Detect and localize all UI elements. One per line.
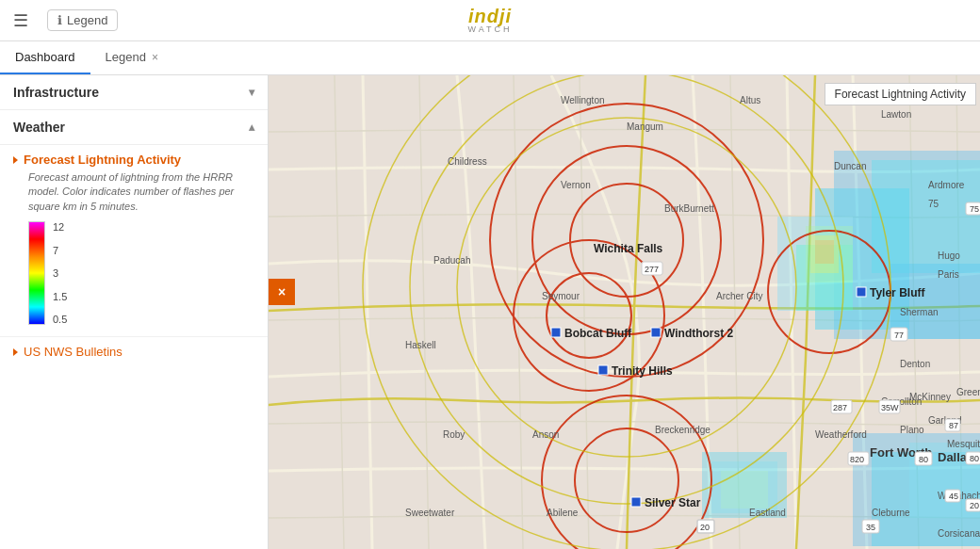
svg-text:Breckenridge: Breckenridge (655, 425, 710, 435)
color-gradient-bar (28, 221, 45, 325)
svg-text:Sweetwater: Sweetwater (405, 508, 455, 518)
svg-text:Seymour: Seymour (542, 291, 580, 301)
svg-text:35W: 35W (881, 403, 899, 412)
svg-text:75: 75 (928, 199, 939, 209)
svg-text:Ardmore: Ardmore (928, 180, 965, 190)
svg-text:75: 75 (970, 204, 979, 214)
svg-text:Abilene: Abilene (547, 508, 579, 518)
infrastructure-label: Infrastructure (13, 85, 99, 100)
svg-text:Silver Star: Silver Star (645, 496, 701, 509)
close-icon: × (278, 284, 286, 299)
forecast-lightning-header[interactable]: Forecast Lightning Activity (13, 153, 254, 167)
weather-label: Weather (13, 120, 65, 135)
svg-text:Altus: Altus (740, 95, 760, 105)
svg-text:Archer City: Archer City (716, 291, 762, 301)
svg-text:BurkBurnett: BurkBurnett (664, 203, 714, 214)
tab-dashboard[interactable]: Dashboard (0, 41, 90, 74)
legend-val-12: 12 (53, 221, 67, 233)
svg-rect-3 (872, 160, 980, 273)
menu-button[interactable]: ☰ (13, 10, 28, 31)
svg-text:Eastland: Eastland (749, 508, 786, 518)
svg-rect-64 (551, 328, 561, 337)
svg-rect-66 (651, 328, 661, 337)
tab-close-legend[interactable]: × (152, 51, 158, 64)
svg-text:20: 20 (970, 501, 979, 510)
svg-rect-15 (721, 471, 768, 509)
forecast-lightning-item: Forecast Lightning Activity Forecast amo… (0, 145, 268, 337)
svg-text:Haskell: Haskell (405, 340, 436, 350)
tab-legend[interactable]: Legend × (90, 41, 173, 74)
svg-text:277: 277 (645, 265, 659, 274)
notification-badge[interactable]: × (269, 279, 295, 305)
svg-text:Duncan: Duncan (834, 161, 866, 171)
app-header: ☰ ℹ Legend indji WATCH (0, 0, 980, 41)
weather-chevron: ▴ (249, 121, 254, 134)
svg-text:Weatherford: Weatherford (815, 429, 867, 440)
app-logo: indji WATCH (468, 7, 513, 34)
legend-val-7: 7 (53, 245, 67, 256)
svg-text:Plano: Plano (900, 425, 924, 435)
svg-text:Greenville: Greenville (956, 387, 980, 397)
svg-text:Sherman: Sherman (900, 307, 939, 317)
svg-rect-72 (631, 497, 641, 507)
color-legend: 12 7 3 1.5 0.5 (28, 221, 254, 325)
legend-val-0-5: 0.5 (53, 314, 67, 325)
collapse-triangle-icon (13, 156, 18, 164)
svg-text:Lawton: Lawton (881, 109, 911, 120)
nws-bulletins-label: US NWS Bulletins (24, 345, 122, 359)
svg-text:Hugo: Hugo (938, 250, 960, 261)
infrastructure-section-header[interactable]: Infrastructure ▾ (0, 75, 268, 110)
svg-text:Trinity Hills: Trinity Hills (612, 364, 673, 378)
svg-rect-68 (598, 365, 608, 375)
legend-button[interactable]: ℹ Legend (47, 9, 118, 31)
svg-text:Cleburne: Cleburne (872, 508, 910, 518)
legend-btn-label: Legend (67, 13, 107, 27)
svg-text:Wellington: Wellington (561, 95, 605, 105)
nws-bulletins-item[interactable]: US NWS Bulletins (0, 337, 268, 366)
map-svg: Wellington Altus Lawton Mangum Childress… (269, 75, 980, 549)
svg-text:Windthorst 2: Windthorst 2 (664, 327, 734, 340)
svg-text:Corsicana: Corsicana (938, 528, 980, 539)
svg-text:Wichita Falls: Wichita Falls (594, 242, 663, 255)
legend-val-3: 3 (53, 267, 67, 279)
svg-text:80: 80 (919, 455, 928, 464)
weather-section-content: Forecast Lightning Activity Forecast amo… (0, 145, 268, 366)
svg-text:Bobcat Bluff: Bobcat Bluff (564, 327, 632, 340)
svg-text:Paducah: Paducah (433, 255, 470, 266)
weather-section-header[interactable]: Weather ▴ (0, 110, 268, 145)
svg-text:Denton: Denton (900, 359, 930, 369)
svg-text:80: 80 (970, 454, 979, 463)
svg-rect-70 (857, 287, 866, 297)
svg-text:35: 35 (866, 523, 875, 532)
map-area[interactable]: Wellington Altus Lawton Mangum Childress… (269, 75, 980, 549)
svg-text:77: 77 (894, 331, 904, 340)
logo-main: indji (468, 7, 512, 25)
svg-text:820: 820 (850, 455, 864, 464)
svg-text:Childress: Childress (448, 156, 487, 167)
svg-text:Mesquite: Mesquite (947, 439, 980, 449)
infrastructure-chevron: ▾ (249, 86, 254, 99)
svg-text:Anson: Anson (532, 429, 559, 440)
logo-sub: WATCH (468, 25, 513, 34)
svg-text:Mangum: Mangum (627, 121, 663, 132)
svg-rect-9 (815, 240, 834, 264)
info-icon: ℹ (57, 13, 62, 27)
svg-text:287: 287 (833, 403, 847, 412)
legend-value-labels: 12 7 3 1.5 0.5 (53, 221, 67, 325)
sidebar: Infrastructure ▾ Weather ▴ Forecast Ligh… (0, 75, 269, 549)
main-content: Infrastructure ▾ Weather ▴ Forecast Ligh… (0, 75, 980, 549)
legend-val-1-5: 1.5 (53, 291, 67, 302)
forecast-lightning-map-label: Forecast Lightning Activity (825, 83, 976, 105)
forecast-lightning-label: Forecast Lightning Activity (24, 153, 181, 167)
nws-triangle-icon (13, 348, 18, 356)
svg-text:Roby: Roby (443, 429, 465, 440)
tab-bar: Dashboard Legend × (0, 41, 980, 75)
svg-text:45: 45 (949, 492, 958, 501)
svg-text:20: 20 (700, 523, 710, 532)
forecast-lightning-description: Forecast amount of lightning from the HR… (28, 170, 254, 214)
svg-text:Vernon: Vernon (561, 180, 591, 190)
svg-text:87: 87 (949, 421, 958, 430)
svg-text:Tyler Bluff: Tyler Bluff (870, 286, 925, 299)
svg-text:Paris: Paris (938, 269, 959, 280)
